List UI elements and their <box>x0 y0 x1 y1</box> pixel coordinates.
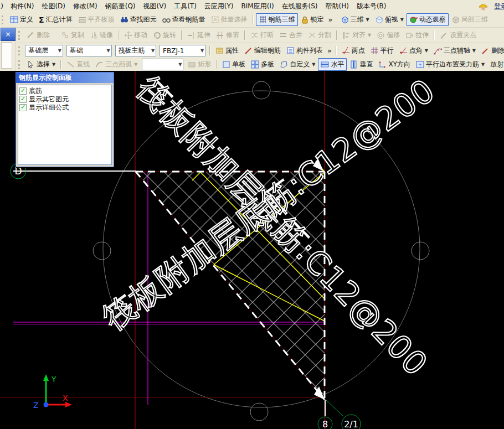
arc-mode-select[interactable]: ▼ <box>142 59 183 70</box>
orbit-button[interactable]: 动态观察 <box>407 13 449 26</box>
checkbox-checked-icon[interactable]: ✓ <box>19 96 27 103</box>
menu-item-tools[interactable]: 工具(T) <box>170 0 200 12</box>
chevron-down-icon[interactable]: ▼ <box>178 62 182 67</box>
offset-button[interactable]: 偏移 <box>374 29 403 42</box>
menu-item-draw[interactable]: 绘图(D) <box>38 0 69 12</box>
chevron-down-icon[interactable]: ▼ <box>134 62 137 67</box>
parallel-edge-rebar-icon <box>416 60 424 69</box>
chevron-down-icon[interactable]: ▼ <box>400 17 404 22</box>
menu-item-modify[interactable]: 修改(M) <box>69 0 101 12</box>
copy-button[interactable]: 复制 <box>58 29 87 42</box>
set-grip-button[interactable]: 设置夹点 <box>437 29 479 42</box>
extend-icon <box>187 31 196 39</box>
menu-item-clipped[interactable]: (L) <box>0 0 7 12</box>
delete-axis-button[interactable]: 删除辅轴 <box>479 44 504 57</box>
toolbar-grip[interactable] <box>18 60 22 69</box>
menu-item-online[interactable]: 在线服务(S) <box>278 0 322 12</box>
chevron-down-icon[interactable]: ▼ <box>106 48 110 53</box>
element-type-select[interactable]: 筏板主筋▼ <box>115 45 156 56</box>
panel-title[interactable]: 钢筋显示控制面板 <box>16 73 114 83</box>
align-button[interactable]: 对齐▼ <box>340 29 374 42</box>
move-button[interactable]: 移动 <box>121 29 150 42</box>
stretch-button[interactable]: 拉伸 <box>403 29 431 42</box>
parallel-edge-rebar-button[interactable]: 平行边布置受力筋▼ <box>413 58 487 71</box>
chevron-down-icon[interactable]: ▼ <box>58 48 61 53</box>
element-list-button[interactable]: 构件列表 <box>284 44 326 57</box>
vertical-button[interactable]: 垂直 <box>347 58 376 71</box>
checkbox-checked-icon[interactable]: ✓ <box>19 104 27 111</box>
arc-button[interactable]: 三点画弧▼ <box>92 58 140 71</box>
chevron-down-icon[interactable]: ▼ <box>52 62 55 67</box>
custom-range-icon <box>280 60 288 69</box>
align-slab-top-button[interactable]: 平齐板顶 <box>75 13 117 26</box>
rotate-button[interactable]: 旋转 <box>150 29 179 42</box>
line-button[interactable]: 直线 <box>64 58 92 71</box>
properties-button[interactable]: 属性 <box>213 44 241 57</box>
view-top-button[interactable]: 俯视 ▼ <box>372 13 407 26</box>
partial-3d-button[interactable]: 局部三维 <box>449 13 491 26</box>
view-rebar-qty-button[interactable]: 查看钢筋量 <box>160 13 208 26</box>
btn-label: 水平 <box>331 60 344 69</box>
overflow-chevron[interactable]: » <box>327 15 335 24</box>
toolbar-draw: 选择▼ 直线 三点画弧▼ ▼ 矩形 单板 多板 自定义▼ 水平 垂直 XY方向 … <box>0 58 504 71</box>
rebar-3d-button[interactable]: 钢筋三维 <box>256 13 298 26</box>
break-button[interactable]: 打断 <box>248 29 276 42</box>
menu-item-version[interactable]: 版本号(B) <box>353 0 390 12</box>
define-button[interactable]: 定义 <box>7 13 36 26</box>
menu-item-help[interactable]: 帮助(H) <box>322 0 353 12</box>
edit-rebar-button[interactable]: 编辑钢筋 <box>241 44 284 57</box>
chevron-down-icon[interactable]: ▼ <box>425 48 428 53</box>
overflow-chevron[interactable]: » <box>326 46 333 55</box>
horizontal-button[interactable]: 水平 <box>318 58 347 71</box>
custom-range-button[interactable]: 自定义▼ <box>277 58 318 71</box>
find-element-button[interactable]: 查找图元 <box>117 13 160 26</box>
merge-button[interactable]: 合并 <box>276 29 305 42</box>
three-point-axis-button[interactable]: 三点辅轴▼ <box>431 44 479 57</box>
floor-select[interactable]: 基础层▼ <box>25 45 63 56</box>
batch-select-button[interactable]: 批量选择 <box>208 13 250 26</box>
split-button[interactable]: 分割 <box>305 29 334 42</box>
lock-button[interactable]: 锁定 <box>298 13 327 26</box>
menu-item-bim[interactable]: BIM应用(I) <box>238 0 278 12</box>
chevron-down-icon[interactable]: ▼ <box>312 62 315 67</box>
drawing-canvas[interactable]: 筏板附加层底筋:C12@200 筏板附加层底筋:C12@200 D 8 2/1 … <box>0 71 504 429</box>
chevron-down-icon[interactable]: ▼ <box>481 62 485 67</box>
menu-item-component[interactable]: 构件(N) <box>7 0 38 12</box>
menu-item-view[interactable]: 视图(V) <box>140 0 171 12</box>
view-3d-button[interactable]: 三维 ▼ <box>338 13 372 26</box>
toolbar-grip[interactable] <box>2 15 5 24</box>
toolbar-grip[interactable] <box>18 46 21 55</box>
panel-option-show-formula[interactable]: ✓ 显示详细公式 <box>19 104 110 112</box>
delete-button[interactable]: 删除 <box>24 29 53 42</box>
login-link[interactable]: 登录 <box>494 0 504 12</box>
two-point-axis-button[interactable]: 两点 <box>339 44 368 57</box>
chevron-down-icon[interactable]: ▼ <box>368 33 371 38</box>
single-slab-button[interactable]: 单板 <box>219 58 248 71</box>
chevron-down-icon[interactable]: ▼ <box>200 48 204 53</box>
select-cursor-icon <box>27 60 35 69</box>
select-button[interactable]: 选择▼ <box>24 58 58 71</box>
radial-rebar-button[interactable]: 放射筋▼ <box>487 58 504 71</box>
chevron-down-icon[interactable]: ▼ <box>366 17 369 22</box>
panel-option-bottom-rebar[interactable]: ✓ 底筋 <box>19 87 110 95</box>
toolbar-grip[interactable] <box>18 31 22 40</box>
rebar-display-panel[interactable]: 钢筋显示控制面板 ✓ 底筋 ✓ 显示其它图元 ✓ 显示详细公式 <box>16 72 114 167</box>
close-panel-button[interactable]: × <box>1 28 16 41</box>
point-angle-axis-button[interactable]: 点角▼ <box>397 44 431 57</box>
multi-slab-button[interactable]: 多板 <box>248 58 277 71</box>
checkbox-checked-icon[interactable]: ✓ <box>19 87 27 95</box>
chevron-down-icon[interactable]: ▼ <box>151 48 155 53</box>
rect-button[interactable]: 矩形 <box>185 58 214 71</box>
element-name-select[interactable]: FBZJ-1▼ <box>160 45 205 56</box>
trim-button[interactable]: 修剪 <box>213 29 242 42</box>
parallel-axis-button[interactable]: 平行 <box>368 44 397 57</box>
chevron-down-icon[interactable]: ▼ <box>472 48 476 53</box>
menu-item-cloud[interactable]: 云应用(Y) <box>200 0 238 12</box>
extend-button[interactable]: 延伸 <box>184 29 213 42</box>
panel-option-show-other[interactable]: ✓ 显示其它图元 <box>19 95 110 104</box>
mirror-button[interactable]: 镜像 <box>87 29 116 42</box>
xy-direction-button[interactable]: XY方向 <box>376 58 413 71</box>
category-select[interactable]: 基础▼ <box>66 45 112 56</box>
summary-calc-button[interactable]: Σ 汇总计算 <box>36 13 75 26</box>
menu-item-rebar[interactable]: 钢筋量(Q) <box>101 0 140 12</box>
